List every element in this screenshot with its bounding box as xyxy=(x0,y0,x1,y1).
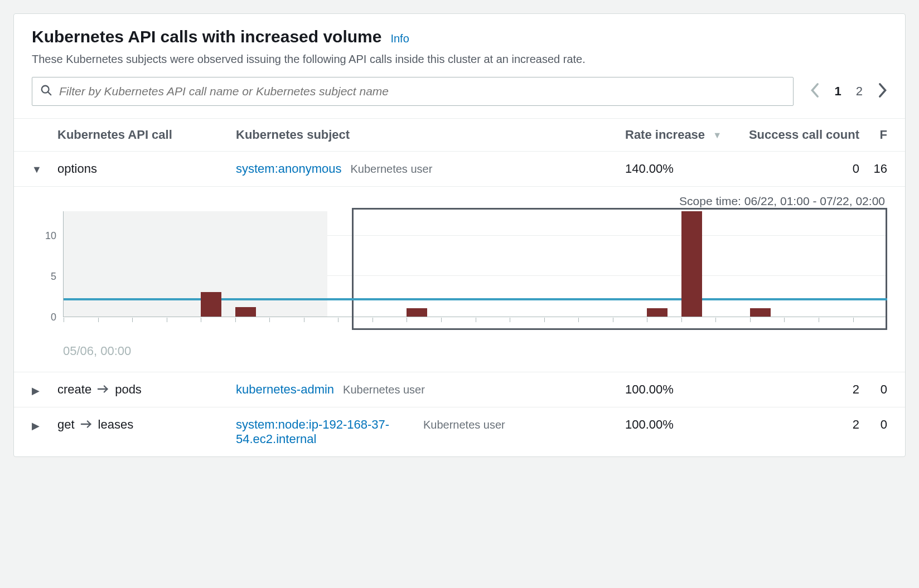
api-call-cell: create pods xyxy=(57,382,236,397)
subject-type: Kubernetes user xyxy=(351,163,433,176)
api-verb: options xyxy=(57,162,97,176)
table-row: ▶ get leases system:node:ip-192-168-37-5… xyxy=(14,407,905,456)
success-cell: 0 xyxy=(742,162,859,176)
table-row: ▼ options system:anonymous Kubernetes us… xyxy=(14,152,905,187)
pagination: 1 2 xyxy=(810,82,888,100)
y-tick: 10 xyxy=(45,230,56,241)
col-f[interactable]: F xyxy=(859,128,887,142)
api-resource: leases xyxy=(98,417,134,432)
expand-toggle[interactable]: ▶ xyxy=(32,382,57,397)
arrow-right-icon xyxy=(80,417,93,432)
rate-cell: 100.00% xyxy=(625,417,742,432)
api-call-cell: get leases xyxy=(57,417,236,432)
subject-type: Kubernetes user xyxy=(423,419,505,431)
page-2[interactable]: 2 xyxy=(856,84,863,99)
x-ticks xyxy=(64,318,887,322)
info-link[interactable]: Info xyxy=(390,32,409,45)
scope-box xyxy=(352,208,887,330)
f-cell: 0 xyxy=(859,417,887,432)
api-resource: pods xyxy=(115,382,142,397)
search-input[interactable] xyxy=(52,85,785,98)
col-api-call[interactable]: Kubernetes API call xyxy=(57,128,236,142)
bar-chart: 0510 xyxy=(32,211,887,334)
col-rate-label: Rate increase xyxy=(625,128,705,142)
collapse-toggle[interactable]: ▼ xyxy=(32,162,57,176)
f-cell: 16 xyxy=(859,162,887,176)
x-axis-label: 05/06, 00:00 xyxy=(63,344,887,358)
rate-cell: 140.00% xyxy=(625,162,742,176)
api-call-cell: options xyxy=(57,162,236,176)
chart-bar xyxy=(235,307,256,317)
table-row: ▶ create pods kubernetes-admin Kubernete… xyxy=(14,372,905,407)
col-success[interactable]: Success call count xyxy=(742,128,859,142)
col-subject[interactable]: Kubernetes subject xyxy=(236,128,625,142)
svg-line-1 xyxy=(48,92,51,95)
chart-bar xyxy=(681,211,702,317)
success-cell: 2 xyxy=(742,382,859,397)
plot-area xyxy=(63,211,887,317)
api-calls-panel: Kubernetes API calls with increased volu… xyxy=(13,13,906,457)
table-header: Kubernetes API call Kubernetes subject R… xyxy=(14,119,905,152)
y-axis: 0510 xyxy=(32,211,63,317)
search-field[interactable] xyxy=(32,77,794,106)
row-chart-area: Scope time: 06/22, 01:00 - 07/22, 02:00 … xyxy=(14,187,905,372)
chart-bar xyxy=(201,292,221,317)
api-verb: create xyxy=(57,382,91,397)
sort-desc-icon: ▼ xyxy=(713,130,722,140)
col-rate[interactable]: Rate increase ▼ xyxy=(625,128,742,142)
panel-description: These Kubernetes subjects were observed … xyxy=(32,53,887,66)
api-verb: get xyxy=(57,417,75,432)
chart-bar xyxy=(647,308,668,317)
chart-bar xyxy=(407,308,427,317)
subject-cell: kubernetes-admin Kubernetes user xyxy=(236,382,625,397)
subject-cell: system:node:ip-192-168-37-54.ec2.interna… xyxy=(236,417,625,446)
page-1[interactable]: 1 xyxy=(835,84,841,99)
search-icon xyxy=(40,84,52,99)
scope-time-label: Scope time: 06/22, 01:00 - 07/22, 02:00 xyxy=(32,195,887,208)
arrow-right-icon xyxy=(97,382,109,397)
subject-type: Kubernetes user xyxy=(343,383,425,396)
subject-link[interactable]: system:anonymous xyxy=(236,162,342,176)
subject-link[interactable]: system:node:ip-192-168-37-54.ec2.interna… xyxy=(236,417,414,446)
rate-cell: 100.00% xyxy=(625,382,742,397)
y-tick: 5 xyxy=(51,270,56,282)
prev-page-icon[interactable] xyxy=(810,82,820,100)
panel-title: Kubernetes API calls with increased volu… xyxy=(32,27,381,46)
subject-cell: system:anonymous Kubernetes user xyxy=(236,162,625,176)
bg-band xyxy=(64,211,327,317)
subject-link[interactable]: kubernetes-admin xyxy=(236,382,334,397)
expand-toggle[interactable]: ▶ xyxy=(32,417,57,432)
next-page-icon[interactable] xyxy=(877,82,887,100)
f-cell: 0 xyxy=(859,382,887,397)
success-cell: 2 xyxy=(742,417,859,432)
chart-bar xyxy=(750,308,771,317)
y-tick: 0 xyxy=(51,312,56,323)
reference-line xyxy=(64,298,887,300)
